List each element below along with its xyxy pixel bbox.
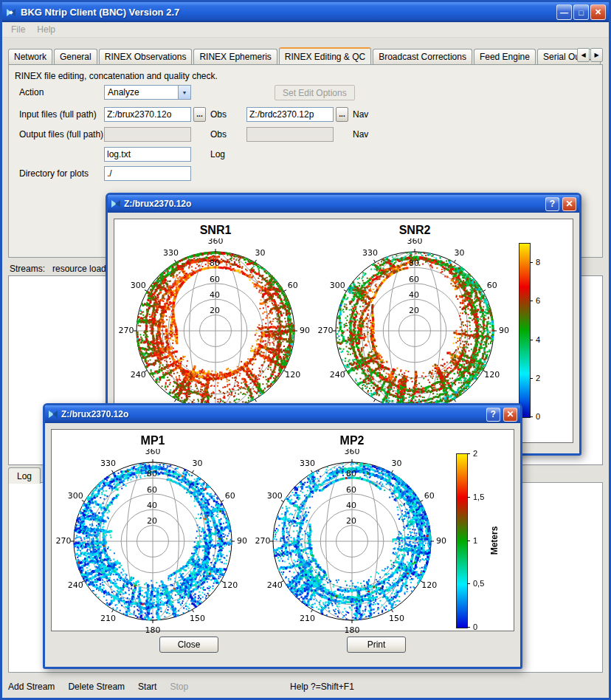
help-icon[interactable]: ? [486,408,500,422]
output-obs-label: Obs [210,129,227,140]
colorbar-tick-label: 0,5 [473,579,484,588]
plots-dir-label: Directory for plots [19,168,89,179]
tab-scroll-left-button[interactable]: ◀ [577,48,590,62]
tab-scroll-buttons: ◀ ▶ [577,48,603,62]
tab-rinex-ephemeris[interactable]: RINEX Ephemeris [193,49,277,64]
close-button-icon[interactable]: ✕ [590,4,606,20]
set-edit-options-button[interactable]: Set Edit Options [275,85,355,100]
tab-general[interactable]: General [54,49,97,64]
colorbar-tick [530,378,533,379]
snr-colorbar: 86420 [514,243,569,420]
mp-plot-window: Z:/brux2370.12o ? ✕ MP1 MP2 Meters 21,51… [43,403,522,669]
stop-button[interactable]: Stop [170,682,188,692]
browse-obs-button[interactable]: ... [193,107,206,122]
plot-title-mp1: MP1 [141,434,165,447]
help-shortcut-label: Help ?=Shift+F1 [290,682,354,692]
bnc-app-icon [48,409,58,419]
colorbar-tick-label: 6 [536,296,540,305]
snr-dialog-titlebar[interactable]: Z:/brux2370.12o ? ✕ [108,195,579,213]
tab-feed-engine[interactable]: Feed Engine [474,49,536,64]
mp-colorbar: Meters 21,510,50 [452,453,514,631]
output-nav-field[interactable] [246,127,334,142]
plots-dir-field[interactable] [104,166,191,181]
tab-scroll-right-button[interactable]: ▶ [590,48,603,62]
delete-stream-button[interactable]: Delete Stream [68,682,125,692]
colorbar-tick [530,416,533,417]
logfile-label: Log [210,149,225,159]
colorbar-tick [467,541,470,541]
output-files-label: Output files (full path) [19,129,103,140]
panel-description: RINEX file editing, concatenation and qu… [15,71,218,81]
logfile-field[interactable] [104,147,191,162]
mp1-skyplot [53,449,252,634]
plot-title-snr1: SNR1 [200,224,232,237]
colorbar-tick [467,583,470,584]
menu-file[interactable]: File [5,24,31,35]
colorbar-tick [467,453,470,454]
bnc-app-icon [5,7,17,18]
colorbar-tick-label: 0 [473,622,477,631]
colorbar-gradient [519,243,531,418]
colorbar-tick [467,627,470,628]
colorbar-tick-label: 1,5 [473,493,484,501]
close-plot-button[interactable]: Close [159,636,218,653]
input-files-label: Input files (full path) [19,109,97,120]
colorbar-tick-label: 1 [473,536,477,545]
window-title: BKG Ntrip Client (BNC) Version 2.7 [21,7,553,18]
close-icon[interactable]: ✕ [503,408,517,422]
minimize-button-icon[interactable]: — [556,4,572,20]
tab-rinex-editing-qc[interactable]: RINEX Editing & QC [279,47,371,64]
print-plot-button[interactable]: Print [347,636,406,653]
mp-plot-area: MP1 MP2 Meters 21,510,50 [51,429,514,631]
streams-status-label: Streams: resource load [10,264,106,274]
colorbar-tick-label: 0 [536,412,540,421]
colorbar-tick [530,340,533,340]
menubar: File Help [2,22,609,38]
tab-network[interactable]: Network [8,49,52,64]
action-select[interactable]: Analyze ▼ [104,85,191,100]
colorbar-tick-label: 4 [536,335,540,344]
mp-dialog-title: Z:/brux2370.12o [61,409,483,419]
input-nav-field[interactable] [246,107,334,122]
bnc-app-icon [111,199,121,209]
plot-title-mp2: MP2 [340,434,365,447]
colorbar-tick-label: 8 [536,258,540,267]
plot-title-snr2: SNR2 [399,224,431,237]
bnc-main-window: BKG Ntrip Client (BNC) Version 2.7 — □ ✕… [0,0,611,700]
browse-nav-button[interactable]: ... [336,107,348,122]
snr2-skyplot [315,239,514,423]
input-obs-field[interactable] [104,107,191,122]
obs-label: Obs [210,109,227,120]
colorbar-gradient [456,453,468,628]
bottom-action-bar: Add StreamDelete StreamStartStopHelp ?=S… [2,676,609,698]
action-value: Analyze [105,87,178,97]
mp2-skyplot [252,449,452,634]
close-icon[interactable]: ✕ [562,197,576,211]
help-icon[interactable]: ? [545,197,559,211]
window-titlebar[interactable]: BKG Ntrip Client (BNC) Version 2.7 — □ ✕ [2,2,609,22]
nav-label: Nav [353,109,368,120]
add-stream-button[interactable]: Add Stream [8,682,55,692]
menu-help[interactable]: Help [31,24,61,35]
combo-arrow-icon: ▼ [178,86,190,99]
action-label: Action [19,87,44,97]
snr1-skyplot [116,239,315,423]
output-nav-label: Nav [353,129,368,140]
colorbar-tick-label: 2 [536,374,540,382]
tab-rinex-observations[interactable]: RINEX Observations [99,49,193,64]
output-obs-field[interactable] [104,127,191,142]
mp-dialog-buttons: Close Print [51,631,514,653]
mp-dialog-titlebar[interactable]: Z:/brux2370.12o ? ✕ [45,405,520,423]
snr-dialog-title: Z:/brux2370.12o [124,199,542,209]
colorbar-tick [530,262,533,263]
tab-bar: NetworkGeneralRINEX ObservationsRINEX Ep… [8,47,603,64]
colorbar-tick [467,497,470,498]
start-button[interactable]: Start [138,682,156,692]
maximize-button-icon[interactable]: □ [573,4,589,20]
colorbar-tick-label: 2 [473,449,477,458]
colorbar-title: Meters [489,526,500,555]
tab-broadcast-corrections[interactable]: Broadcast Corrections [373,49,472,64]
tab-log[interactable]: Log [8,467,41,484]
colorbar-tick [530,301,533,301]
